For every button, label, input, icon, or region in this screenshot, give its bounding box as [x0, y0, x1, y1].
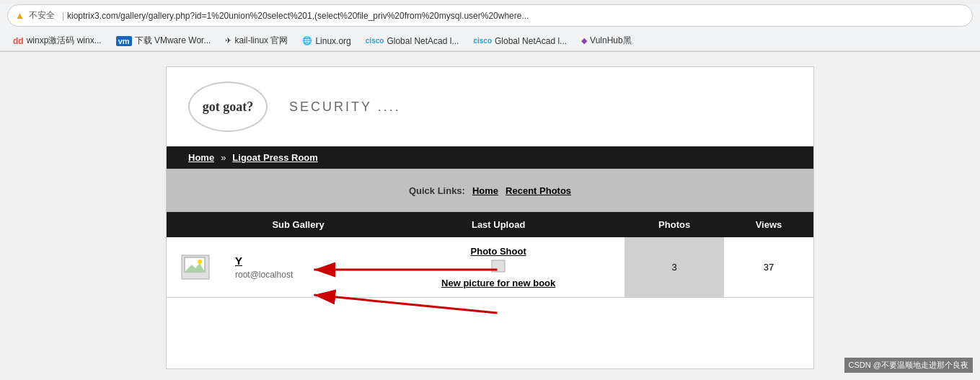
last-upload-subtitle-link[interactable]: New picture for new book	[441, 278, 555, 288]
warning-icon: ▲	[15, 10, 25, 21]
bookmark-winxp-label: winxp激活码 winx...	[27, 35, 102, 47]
table-wrapper: Sub Gallery Last Upload Photos Views	[167, 212, 813, 298]
bookmark-netacad1-label: Global NetAcad l...	[387, 36, 459, 46]
bookmark-kali-label: kail-linux 官网	[234, 35, 288, 47]
views-cell: 37	[724, 237, 813, 298]
svg-point-3	[198, 260, 202, 264]
site-logo: got goat?	[188, 81, 268, 132]
quicklinks-label: Quick Links:	[409, 185, 465, 196]
quicklinks-recent-photos-link[interactable]: Recent Photos	[506, 185, 571, 196]
gallery-owner: root@localhost	[235, 270, 361, 280]
col-header-last-upload: Last Upload	[372, 212, 624, 237]
gallery-name-cell: Y root@localhost	[224, 237, 372, 298]
bookmark-vulnhub[interactable]: ◆ VulnHub黑	[575, 33, 637, 48]
quicklinks-home-link[interactable]: Home	[472, 185, 498, 196]
logo-text: got goat?	[203, 100, 254, 115]
svg-rect-4	[492, 260, 505, 272]
bookmark-winxp[interactable]: dd winxp激活码 winx...	[7, 33, 107, 48]
quicklinks-bar: Quick Links: Home Recent Photos	[167, 169, 813, 212]
bookmark-linux-label: Linux.org	[315, 36, 350, 46]
gallery-table: Sub Gallery Last Upload Photos Views	[167, 212, 813, 298]
col-header-views: Views	[724, 212, 813, 237]
address-bar[interactable]: ▲ 不安全 | kioptrix3.com/gallery/gallery.ph…	[7, 4, 973, 27]
bookmark-vmware-label: 下载 VMware Wor...	[135, 35, 211, 47]
bookmark-vmware[interactable]: vm 下载 VMware Wor...	[110, 33, 217, 48]
site-header: got goat? SECURITY ....	[167, 67, 813, 146]
bookmark-netacad2-icon: cisco	[473, 37, 492, 45]
bookmark-linux-icon: 🌐	[302, 36, 312, 45]
nav-bar: Home » Ligoat Press Room	[167, 146, 813, 169]
nav-separator: »	[221, 152, 226, 163]
photos-cell: 3	[624, 237, 724, 298]
bookmark-linux[interactable]: 🌐 Linux.org	[296, 35, 356, 48]
row-thumbnail-cell	[167, 237, 224, 298]
bookmark-kali[interactable]: ✈ kail-linux 官网	[219, 33, 293, 48]
main-content: got goat? SECURITY .... Home » Ligoat Pr…	[166, 66, 814, 369]
thumbnail-icon	[181, 255, 210, 280]
bookmarks-bar: dd winxp激活码 winx... vm 下载 VMware Wor... …	[0, 31, 980, 51]
bookmark-vulnhub-icon: ◆	[581, 36, 587, 45]
url-text: kioptrix3.com/gallery/gallery.php?id=1%2…	[67, 11, 529, 21]
bookmark-netacad1-icon: cisco	[366, 37, 384, 45]
upload-image-icon	[491, 260, 506, 273]
bookmark-vmware-icon: vm	[116, 36, 132, 46]
bookmark-kali-icon: ✈	[225, 36, 231, 45]
bookmark-winxp-icon: dd	[13, 36, 24, 46]
bookmark-netacad1[interactable]: cisco Global NetAcad l...	[360, 35, 465, 48]
gallery-name-link[interactable]: Y	[235, 255, 242, 267]
bookmark-netacad2[interactable]: cisco Global NetAcad l...	[467, 35, 573, 48]
browser-chrome: ▲ 不安全 | kioptrix3.com/gallery/gallery.ph…	[0, 4, 980, 52]
site-tagline: SECURITY ....	[289, 100, 401, 115]
gallery-thumbnail	[177, 249, 213, 286]
col-header-sub-gallery	[167, 212, 224, 237]
page-wrapper: got goat? SECURITY .... Home » Ligoat Pr…	[0, 52, 980, 380]
last-upload-title-link[interactable]: Photo Shoot	[471, 246, 526, 257]
table-header-row: Sub Gallery Last Upload Photos Views	[167, 212, 813, 237]
not-secure-label: 不安全	[29, 9, 55, 22]
address-separator: |	[62, 11, 64, 21]
watermark: CSDN @不要温顺地走进那个良夜	[844, 358, 973, 373]
col-header-photos: Photos	[624, 212, 724, 237]
nav-home-link[interactable]: Home	[188, 152, 214, 163]
nav-current-link[interactable]: Ligoat Press Room	[232, 152, 317, 163]
bookmark-vulnhub-label: VulnHub黑	[590, 35, 632, 47]
bookmark-netacad2-label: Global NetAcad l...	[495, 36, 567, 46]
col-header-sub-gallery-label: Sub Gallery	[224, 212, 372, 237]
table-row: Y root@localhost Photo Shoot	[167, 237, 813, 298]
last-upload-cell: Photo Shoot New picture for new book	[372, 237, 624, 298]
